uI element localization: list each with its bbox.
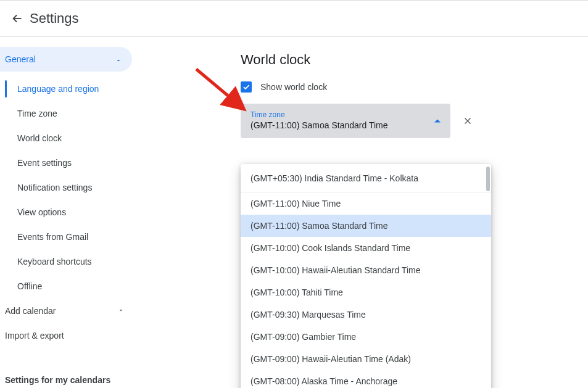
timezone-select-label: Time zone <box>251 110 426 119</box>
page-title: Settings <box>30 10 79 27</box>
sidebar-section-add-calendar[interactable]: Add calendar <box>0 299 136 323</box>
checkbox-label: Show world clock <box>260 82 327 92</box>
sidebar-item-keyboard-shortcuts[interactable]: Keyboard shortcuts <box>0 249 136 274</box>
back-arrow-icon[interactable] <box>10 11 25 26</box>
sidebar: General Language and region Time zone Wo… <box>0 37 136 388</box>
sidebar-item-events-from-gmail[interactable]: Events from Gmail <box>0 225 136 249</box>
dropdown-option[interactable]: (GMT-09:30) Marquesas Time <box>241 303 491 326</box>
sidebar-item-world-clock[interactable]: World clock <box>0 126 136 151</box>
caret-up-icon <box>434 120 441 123</box>
dropdown-option[interactable]: (GMT-09:00) Gambier Time <box>241 326 491 348</box>
dropdown-option[interactable]: (GMT+05:30) India Standard Time - Kolkat… <box>241 164 491 192</box>
dropdown-option-selected[interactable]: (GMT-11:00) Samoa Standard Time <box>241 215 491 237</box>
chevron-up-icon <box>115 55 122 64</box>
sidebar-item-view-options[interactable]: View options <box>0 200 136 225</box>
sidebar-item-event-settings[interactable]: Event settings <box>0 151 136 175</box>
dropdown-option[interactable]: (GMT-10:00) Tahiti Time <box>241 281 491 303</box>
dropdown-option[interactable]: (GMT-10:00) Cook Islands Standard Time <box>241 237 491 259</box>
sidebar-root-general[interactable]: General <box>0 47 132 72</box>
sidebar-item-time-zone[interactable]: Time zone <box>0 101 136 126</box>
sidebar-heading-my-calendars: Settings for my calendars <box>0 375 136 385</box>
remove-timezone-button[interactable] <box>460 114 475 128</box>
sidebar-section-import-export[interactable]: Import & export <box>0 323 136 348</box>
dropdown-option[interactable]: (GMT-10:00) Hawaii-Aleutian Standard Tim… <box>241 259 491 281</box>
sidebar-item-notification-settings[interactable]: Notification settings <box>0 175 136 200</box>
section-title-world-clock: World clock <box>241 52 588 68</box>
checkbox-row-show-world-clock: Show world clock <box>241 81 588 93</box>
sidebar-item-language-and-region[interactable]: Language and region <box>0 76 136 101</box>
content-area: General Language and region Time zone Wo… <box>0 37 588 388</box>
timezone-select-value: (GMT-11:00) Samoa Standard Time <box>251 119 426 131</box>
dropdown-option[interactable]: (GMT-08:00) Alaska Time - Anchorage <box>241 370 491 388</box>
timezone-select-row: Time zone (GMT-11:00) Samoa Standard Tim… <box>241 104 588 138</box>
sidebar-item-offline[interactable]: Offline <box>0 274 136 299</box>
main-panel: World clock Show world clock Time zone (… <box>136 37 588 388</box>
chevron-down-icon <box>117 307 125 316</box>
dropdown-option[interactable]: (GMT-11:00) Niue Time <box>241 192 491 215</box>
top-bar: Settings <box>0 0 588 37</box>
dropdown-option[interactable]: (GMT-09:00) Hawaii-Aleutian Time (Adak) <box>241 348 491 370</box>
timezone-dropdown: (GMT+05:30) India Standard Time - Kolkat… <box>241 164 491 388</box>
checkbox-show-world-clock[interactable] <box>241 81 252 93</box>
timezone-select[interactable]: Time zone (GMT-11:00) Samoa Standard Tim… <box>241 104 450 138</box>
dropdown-scrollbar[interactable] <box>486 167 490 191</box>
sidebar-root-label: General <box>5 54 36 64</box>
